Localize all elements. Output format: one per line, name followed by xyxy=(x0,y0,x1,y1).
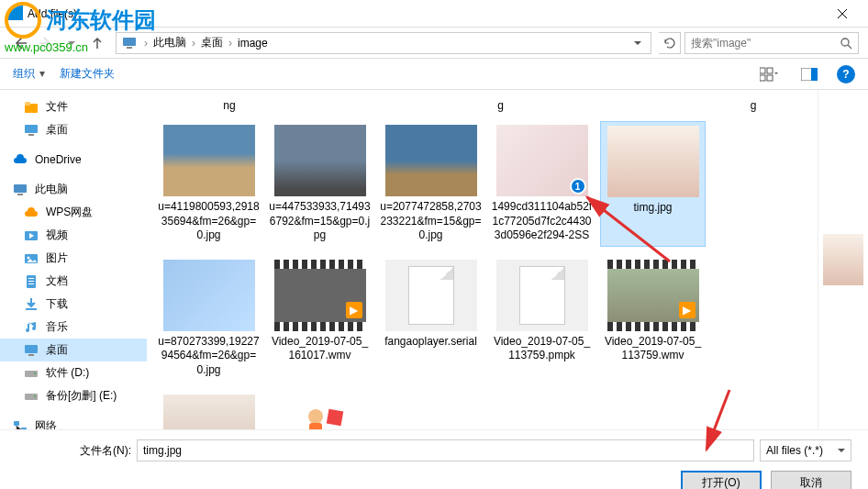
breadcrumb-sep: › xyxy=(225,37,236,50)
cancel-button[interactable]: 取消 xyxy=(771,471,851,489)
svg-rect-31 xyxy=(14,421,19,426)
sidebar-label: 文件 xyxy=(46,99,68,115)
svg-rect-1 xyxy=(8,8,14,11)
search-input[interactable] xyxy=(691,37,840,50)
breadcrumb-sep: › xyxy=(140,37,151,50)
file-name: Video_2019-07-05_161017.wmv xyxy=(269,335,371,363)
document-icon xyxy=(519,266,565,325)
sidebar-item-5[interactable]: 此电脑 xyxy=(0,178,147,201)
svg-rect-10 xyxy=(811,68,818,81)
up-button[interactable] xyxy=(86,32,108,54)
sidebar-item-13[interactable]: 软件 (D:) xyxy=(0,361,147,384)
file-item-1[interactable]: u=447533933,714936792&fm=15&gp=0.jpg xyxy=(267,121,373,247)
drive-icon xyxy=(24,389,39,404)
organize-menu[interactable]: 组织 ▾ xyxy=(13,66,45,82)
file-item-7[interactable]: fangaoplayer.serial xyxy=(378,256,484,382)
toolbar: 组织 ▾ 新建文件夹 ? xyxy=(0,59,868,90)
file-item-3[interactable]: 11499cd311104ab52f1c77205d7fc2c44303d059… xyxy=(489,121,595,247)
file-item-9[interactable]: ▶Video_2019-07-05_113759.wmv xyxy=(600,256,706,382)
svg-point-28 xyxy=(34,372,36,374)
file-item-11[interactable]: 2u=10 09268,3759531978&fm=27&gp=0.jpg xyxy=(267,391,373,429)
sidebar: 文件桌面OneDrive此电脑WPS网盘视频图片文档下载音乐桌面软件 (D:)备… xyxy=(0,90,147,429)
sidebar-item-8[interactable]: 图片 xyxy=(0,247,147,270)
file-thumbnail xyxy=(385,260,477,331)
file-item-2[interactable]: u=2077472858,2703233221&fm=15&gp=0.jpg xyxy=(378,121,484,247)
sidebar-item-16[interactable]: 网络 xyxy=(0,415,147,429)
file-item-5[interactable]: u=870273399,1922794564&fm=26&gp=0.jpg xyxy=(156,256,262,382)
sidebar-label: 此电脑 xyxy=(35,182,68,197)
file-thumbnail xyxy=(496,260,588,331)
sidebar-item-12[interactable]: 桌面 xyxy=(0,339,147,361)
sidebar-item-1[interactable]: 桌面 xyxy=(0,118,147,141)
svg-rect-6 xyxy=(767,68,773,73)
sidebar-item-0[interactable]: 文件 xyxy=(0,95,147,118)
file-item-10[interactable]: t0140bb04bf17ccfea8.jpg xyxy=(156,391,262,429)
chevron-down-icon xyxy=(68,39,75,47)
type-row: nggg xyxy=(156,99,808,112)
preview-pane-button[interactable] xyxy=(796,63,822,85)
sidebar-label: 网络 xyxy=(35,418,57,429)
sidebar-item-14[interactable]: 备份[勿删] (E:) xyxy=(0,384,147,407)
address-dropdown[interactable] xyxy=(630,37,645,50)
addressbar[interactable]: › 此电脑 › 桌面 › image xyxy=(116,32,651,54)
sidebar-item-3[interactable]: OneDrive xyxy=(0,149,147,171)
svg-rect-21 xyxy=(28,278,34,279)
file-item-0[interactable]: u=4119800593,291835694&fm=26&gp=0.jpg xyxy=(156,121,262,247)
badge-1: 1 xyxy=(570,178,586,194)
sidebar-label: 图片 xyxy=(46,250,68,266)
play-icon: ▶ xyxy=(346,302,362,318)
sidebar-item-10[interactable]: 下载 xyxy=(0,293,147,316)
dialog-body: 文件桌面OneDrive此电脑WPS网盘视频图片文档下载音乐桌面软件 (D:)备… xyxy=(0,90,868,429)
sidebar-item-6[interactable]: WPS网盘 xyxy=(0,201,147,224)
file-name: u=4119800593,291835694&fm=26&gp=0.jpg xyxy=(158,200,260,243)
view-mode-button[interactable] xyxy=(756,63,782,85)
filename-input[interactable] xyxy=(137,439,754,461)
sidebar-label: 下载 xyxy=(46,296,68,312)
file-item-6[interactable]: ▶Video_2019-07-05_161017.wmv xyxy=(267,256,373,382)
file-name: 1499cd311104ab52f1c77205d7fc2c44303d0596… xyxy=(491,200,593,243)
video-icon xyxy=(24,228,39,243)
arrow-right-icon xyxy=(38,35,54,51)
close-button[interactable] xyxy=(824,0,861,28)
filetype-dropdown[interactable]: All files (*.*) xyxy=(760,439,851,461)
file-item-8[interactable]: Video_2019-07-05_113759.pmpk xyxy=(489,256,595,382)
svg-rect-14 xyxy=(28,134,34,136)
forward-button[interactable] xyxy=(35,32,57,54)
pc-icon xyxy=(122,37,137,50)
help-button[interactable]: ? xyxy=(837,65,855,83)
refresh-button[interactable] xyxy=(659,32,681,54)
sidebar-item-7[interactable]: 视频 xyxy=(0,224,147,247)
svg-rect-29 xyxy=(25,394,38,400)
file-thumbnail: ▶ xyxy=(274,260,366,331)
refresh-icon xyxy=(663,37,676,50)
breadcrumb-0[interactable]: 此电脑 xyxy=(151,35,188,50)
searchbox[interactable] xyxy=(684,32,859,54)
network-icon xyxy=(13,419,28,430)
file-name: u=447533933,714936792&fm=15&gp=0.jpg xyxy=(269,200,371,243)
drive-icon xyxy=(24,366,39,381)
navbar: › 此电脑 › 桌面 › image xyxy=(0,28,868,59)
svg-point-30 xyxy=(34,395,36,397)
sidebar-item-9[interactable]: 文档 xyxy=(0,270,147,293)
pc-icon xyxy=(13,183,28,197)
file-item-4[interactable]: timg.jpg xyxy=(600,121,706,247)
preview-thumbnail xyxy=(823,234,863,285)
svg-rect-32 xyxy=(21,428,27,430)
new-folder-button[interactable]: 新建文件夹 xyxy=(60,66,115,82)
sidebar-item-11[interactable]: 音乐 xyxy=(0,316,147,339)
svg-rect-34 xyxy=(309,423,322,429)
folder-icon xyxy=(24,100,39,115)
file-thumbnail xyxy=(607,126,699,197)
breadcrumb-1[interactable]: 桌面 xyxy=(199,35,225,50)
breadcrumb-2[interactable]: image xyxy=(236,37,270,50)
dialog-footer: 文件名(N): All files (*.*) 打开(O) 取消 xyxy=(0,429,868,489)
svg-rect-3 xyxy=(127,47,132,49)
open-button[interactable]: 打开(O) xyxy=(681,471,762,489)
svg-rect-7 xyxy=(760,75,765,81)
back-button[interactable] xyxy=(9,32,31,54)
svg-rect-13 xyxy=(25,125,38,133)
arrow-up-icon xyxy=(90,36,105,50)
svg-rect-16 xyxy=(17,194,23,195)
download-icon xyxy=(24,297,39,312)
recent-dropdown[interactable] xyxy=(61,32,83,54)
